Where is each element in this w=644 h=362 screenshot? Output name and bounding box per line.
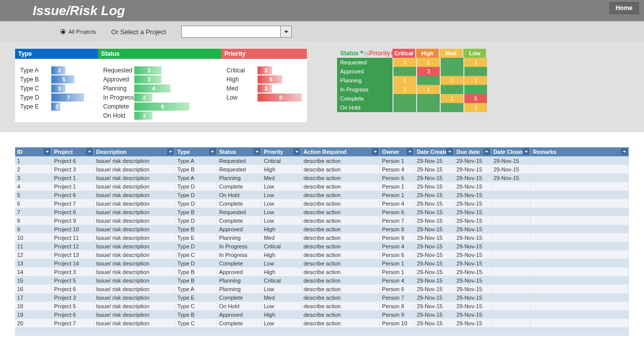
table-cell: 29-Nov-15 [491, 156, 531, 165]
column-header[interactable]: Date Closed [491, 147, 531, 156]
column-header[interactable]: Priority [262, 147, 301, 156]
filter-icon[interactable] [446, 148, 453, 155]
page-title: Issue/Risk Log [33, 3, 125, 19]
table-row[interactable]: 10Project 11Issue/ risk descriptionType … [15, 233, 629, 242]
table-cell [531, 199, 629, 208]
column-header[interactable]: Type [175, 147, 217, 156]
table-cell: Type D [175, 216, 217, 225]
filter-icon[interactable] [372, 148, 378, 155]
table-row[interactable]: 7Project 8Issue/ risk descriptionType BR… [15, 208, 629, 216]
table-row[interactable]: 11Project 12Issue/ risk descriptionType … [15, 242, 629, 250]
column-header[interactable]: Description [94, 147, 175, 156]
column-header[interactable]: ID [15, 147, 52, 156]
filter-icon[interactable] [209, 148, 216, 155]
filter-icon[interactable] [407, 148, 413, 155]
table-row[interactable]: 2Project 3Issue/ risk descriptionType BR… [15, 165, 629, 173]
table-cell: 7 [15, 208, 52, 216]
matrix-cell: 1 [393, 85, 416, 94]
table-row[interactable]: 6Project 7Issue/ risk descriptionType DC… [15, 199, 629, 208]
table-row[interactable]: 1Project 6Issue/ risk descriptionType AR… [15, 156, 629, 165]
table-row[interactable]: 3Project 1Issue/ risk descriptionType AP… [15, 173, 629, 182]
table-row[interactable]: 20Project 7Issue/ risk descriptionType C… [15, 319, 629, 327]
bar-fill: 3 [258, 66, 272, 74]
table-row[interactable]: 16Project 6Issue/ risk descriptionType A… [15, 285, 629, 293]
filter-icon[interactable] [254, 148, 260, 155]
table-cell: Project 12 [52, 242, 94, 250]
table-cell: Person 6 [380, 208, 415, 216]
filter-icon[interactable] [621, 148, 627, 155]
bar-track: 3 [51, 84, 93, 93]
column-header[interactable]: Remarks [531, 147, 629, 156]
column-header[interactable]: Status [217, 147, 262, 156]
matrix-row-label: Complete [337, 94, 392, 103]
table-cell: On Hold [217, 302, 262, 310]
home-button[interactable]: Home [609, 2, 639, 14]
table-cell: Project 3 [52, 293, 94, 302]
project-select[interactable] [181, 26, 292, 38]
column-header[interactable]: Date Created [415, 147, 454, 156]
filter-icon[interactable] [523, 148, 529, 155]
panel-type-header: Type [15, 49, 98, 59]
filter-icon[interactable] [44, 148, 50, 155]
table-row[interactable]: 19Project 6Issue/ risk descriptionType B… [15, 310, 629, 319]
table-row[interactable]: 15Project 5Issue/ risk descriptionType B… [15, 276, 629, 285]
table-row[interactable]: 9Project 10Issue/ risk descriptionType B… [15, 225, 629, 233]
bar-label: Med [226, 85, 258, 92]
table-cell: Critical [262, 276, 301, 285]
table-row[interactable]: 17Project 3Issue/ risk descriptionType E… [15, 293, 629, 302]
column-header[interactable]: Action Required [301, 147, 380, 156]
table-cell: Critical [262, 242, 301, 250]
all-projects-radio[interactable]: All Projects [60, 29, 96, 35]
bar-value: 6 [161, 104, 164, 110]
table-row[interactable]: 8Project 9Issue/ risk descriptionType DC… [15, 216, 629, 225]
table-cell: Type D [175, 199, 217, 208]
column-header[interactable]: Due date [454, 147, 491, 156]
filter-icon[interactable] [293, 148, 300, 155]
table-row[interactable]: 4Project 1Issue/ risk descriptionType DC… [15, 182, 629, 191]
bar-track: 2 [134, 112, 216, 120]
table-cell: 29-Nov-15 [454, 233, 491, 242]
filter-icon[interactable] [167, 148, 174, 155]
bar-label: Complete [103, 103, 134, 110]
table-cell: Requested [217, 156, 262, 165]
table-row[interactable]: 5Project 6Issue/ risk descriptionType DO… [15, 191, 629, 199]
bar-value: 2 [55, 104, 58, 110]
column-label: Status [219, 149, 236, 155]
table-cell: Issue/ risk description [94, 225, 175, 233]
table-cell: 29-Nov-15 [415, 276, 454, 285]
bar-value: 3 [147, 67, 150, 73]
bar-label: Critical [226, 67, 258, 74]
column-header[interactable]: Owner [380, 147, 415, 156]
table-row[interactable]: 18Project 5Issue/ risk descriptionType C… [15, 302, 629, 310]
table-row[interactable]: 12Project 13Issue/ risk descriptionType … [15, 250, 629, 259]
table-cell: 3 [15, 173, 52, 182]
table-cell: 19 [15, 310, 52, 319]
table-cell: 29-Nov-15 [415, 319, 454, 327]
matrix-cell: 1 [464, 58, 487, 67]
bar-track: 3 [51, 66, 93, 74]
column-header[interactable]: Project [52, 147, 94, 156]
filter-icon[interactable] [484, 148, 490, 155]
table-cell [531, 156, 629, 165]
bar-row: Planning4 [103, 84, 216, 93]
table-cell [491, 199, 531, 208]
bar-value: 5 [62, 76, 65, 82]
table-cell: High [262, 165, 301, 173]
table-cell: 17 [15, 293, 52, 302]
table-cell: 29-Nov-15 [415, 250, 454, 259]
table-row[interactable]: 14Project 3Issue/ risk descriptionType B… [15, 267, 629, 276]
table-cell [491, 225, 531, 233]
table-cell: Type C [175, 250, 217, 259]
panels: TypeType A3Type B5Type C3Type D7Type E2S… [15, 49, 307, 122]
table-cell: Issue/ risk description [94, 302, 175, 310]
table-row[interactable]: 13Project 14Issue/ risk descriptionType … [15, 259, 629, 267]
table-cell: Project 8 [52, 208, 94, 216]
matrix-cell: 1 [441, 94, 463, 103]
table-cell [531, 165, 629, 173]
table-cell: High [262, 310, 301, 319]
matrix-cell: 3 [417, 67, 440, 76]
table-cell: Planning [217, 233, 262, 242]
table-cell: Person 4 [380, 165, 415, 173]
filter-icon[interactable] [86, 148, 93, 155]
table-cell: Person 10 [380, 319, 415, 327]
